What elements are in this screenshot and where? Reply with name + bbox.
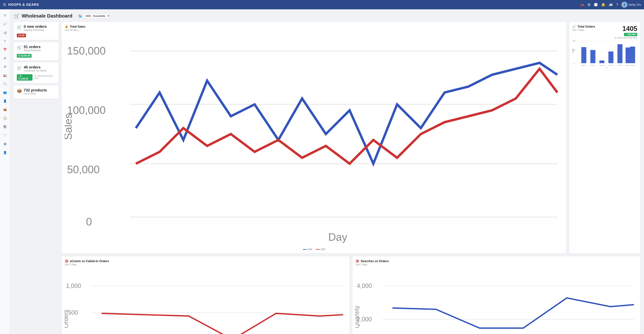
bottom-charts-row: 🎯 eComm vs Called-In Orders Last 7 Days … — [62, 256, 640, 334]
sidebar-item-list[interactable]: ≡ — [2, 37, 8, 44]
sidebar: ⊙ 📈 📊 ≡ 📅 ⊟ ⚙ 🚛 📉 👥 👤 📦 📋 👫 📄 ⚙️ 👤 — [0, 9, 10, 334]
new-orders-card: 🛒 0 new orders Awaiting Processing $ 0.0… — [14, 22, 59, 40]
svg-rect-21 — [618, 44, 622, 63]
total-orders-card: 🛒 Total Orders Last 7 Days 1405 ↑ 108.58… — [569, 22, 640, 253]
stat-cards: 🛒 0 new orders Awaiting Processing $ 0.0… — [14, 22, 59, 334]
grid-icon[interactable]: ⊞ — [588, 2, 590, 7]
completed-orders-badge: ↑ $ 17,445.93 — [17, 74, 32, 81]
svg-text:0: 0 — [574, 62, 575, 64]
completed-orders-icon: 🛒 — [17, 65, 22, 70]
completed-orders-badge-label: vs. same period last year — [34, 75, 56, 79]
processing-orders-card: 🛒 51 orders Being Processed $ 18,945.98 — [14, 42, 59, 60]
sidebar-item-contacts[interactable]: 👫 — [2, 123, 8, 130]
clock-icon[interactable]: 🕐 — [594, 2, 598, 7]
sidebar-item-settings[interactable]: ⚙ — [2, 63, 8, 70]
user-menu[interactable]: 👤 Darby, Dru — [622, 2, 641, 8]
svg-text:150,000: 150,000 — [67, 45, 106, 57]
total-orders-svg: 400 200 0 Orders — [572, 39, 637, 68]
total-sales-chart: 150,000 100,000 50,000 0 Sales — [64, 33, 563, 247]
searches-orders-card: 🎯 Searches vs Orders Last 7 Days 4,000 2… — [352, 256, 640, 334]
bell-icon[interactable]: 🔔 — [601, 2, 605, 7]
new-orders-subtitle: Awaiting Processing — [24, 29, 47, 31]
store-selector[interactable]: 🏪 0002 - Russellville — [78, 13, 110, 18]
svg-text:4,000: 4,000 — [357, 283, 372, 289]
processing-orders-icon: 🛒 — [17, 45, 22, 50]
sidebar-item-products[interactable]: 📦 — [2, 106, 8, 113]
sidebar-item-calendar[interactable]: 📅 — [2, 46, 8, 53]
cart-icon: 🛒 — [14, 13, 20, 19]
van-icon[interactable]: 🚐 — [609, 2, 613, 7]
sidebar-item-analytics[interactable]: 📈 — [2, 20, 8, 27]
page-header: 🛒 Wholesale Dashboard 🏪 0002 - Russellvi… — [14, 13, 640, 19]
svg-text:Feb 22: Feb 22 — [582, 64, 586, 66]
new-orders-title: 0 new orders — [24, 24, 47, 29]
total-sales-legend: 2024 2023 — [64, 248, 563, 250]
total-orders-stats: 1405 ↑ 108.58% vs. same period last year — [614, 25, 637, 39]
svg-text:400: 400 — [573, 40, 576, 42]
ecomm-orders-card: 🎯 eComm vs Called-In Orders Last 7 Days … — [62, 256, 350, 334]
avatar: 👤 — [622, 2, 628, 8]
svg-text:1,000: 1,000 — [66, 283, 81, 289]
out-of-stock-icon: 📦 — [17, 88, 22, 93]
total-orders-badge: ↑ 108.58% — [624, 33, 637, 36]
sidebar-item-dashboard[interactable]: ⊙ — [2, 11, 8, 19]
svg-text:Quantity: Quantity — [356, 306, 360, 328]
completed-orders-card: 🛒 45 orders Completed Curr Month ↑ $ 17,… — [14, 62, 59, 83]
nav-icons: 🚗 ⊞ 🕐 🔔 🚐 ? 👤 Darby, Dru — [580, 2, 641, 8]
svg-rect-18 — [590, 50, 596, 63]
top-navigation: ☰ HOOPS & GEARS 🚗 ⊞ 🕐 🔔 🚐 ? 👤 Darby, Dru — [0, 0, 644, 9]
svg-text:0: 0 — [86, 216, 92, 228]
main-content: 🛒 Wholesale Dashboard 🏪 0002 - Russellvi… — [10, 9, 644, 334]
svg-text:Feb 26: Feb 26 — [618, 64, 622, 66]
help-icon[interactable]: ? — [616, 3, 618, 7]
sidebar-item-linechart[interactable]: 📉 — [2, 80, 8, 87]
svg-text:Feb 23: Feb 23 — [590, 64, 595, 66]
total-orders-subtitle: Last 7 Days — [572, 29, 595, 31]
processing-orders-title: 51 orders — [24, 45, 41, 49]
svg-text:Orders: Orders — [572, 48, 574, 53]
legend-2024: 2024 — [303, 248, 312, 250]
store-dropdown[interactable]: 0002 - Russellville — [83, 13, 110, 18]
sidebar-item-gear[interactable]: ⚙️ — [2, 140, 8, 147]
sidebar-item-document[interactable]: 📄 — [2, 132, 8, 139]
svg-text:Orders: Orders — [64, 310, 69, 328]
cart-icon-2: 🛒 — [572, 25, 576, 28]
sidebar-item-users[interactable]: 👥 — [2, 89, 8, 96]
svg-text:Feb 28: Feb 28 — [630, 64, 635, 66]
completed-orders-subtitle: Completed Curr Month — [24, 69, 46, 72]
svg-text:Day: Day — [605, 67, 608, 68]
sidebar-item-reports[interactable]: 📋 — [2, 115, 8, 122]
svg-text:50,000: 50,000 — [67, 163, 100, 175]
menu-icon[interactable]: ☰ — [3, 2, 6, 7]
sidebar-item-table[interactable]: ⊟ — [2, 54, 8, 61]
money-bag-icon: 💰 — [64, 25, 68, 28]
out-of-stock-subtitle: Out of Stock — [24, 92, 47, 95]
out-of-stock-card: 📦 732 products Out of Stock — [14, 85, 59, 99]
svg-text:Sales: Sales — [64, 113, 74, 140]
sidebar-item-chart[interactable]: 📊 — [2, 29, 8, 36]
legend-2023: 2023 — [316, 248, 325, 250]
ecomm-orders-svg: 1,000 500 0 -500 Orders — [64, 268, 346, 334]
searches-orders-title: 🎯 Searches vs Orders — [356, 259, 637, 263]
ecomm-orders-chart: 1,000 500 0 -500 Orders — [64, 268, 346, 334]
searches-orders-subtitle: Last 7 Days — [356, 263, 637, 266]
car-icon[interactable]: 🚗 — [580, 2, 584, 7]
sidebar-item-user[interactable]: 👤 — [2, 97, 8, 104]
total-orders-badge-label: vs. same period last year — [614, 36, 637, 39]
out-of-stock-title: 732 products — [24, 88, 47, 92]
svg-text:Day: Day — [328, 231, 347, 243]
searches-orders-chart: 4,000 2,000 0 Quantity — [356, 268, 637, 334]
charts-column: 💰 Total Sales Last 30 Days 150,000 100,0… — [62, 22, 640, 334]
sidebar-item-profile[interactable]: 👤 — [2, 149, 8, 156]
processing-orders-subtitle: Being Processed — [24, 49, 41, 52]
svg-text:Feb 24: Feb 24 — [600, 64, 604, 66]
target-icon: 🎯 — [64, 259, 68, 263]
total-orders-title: 🛒 Total Orders — [572, 25, 595, 28]
new-orders-badge: $ 0.00 — [17, 33, 26, 37]
new-orders-icon: 🛒 — [17, 25, 22, 30]
total-sales-card: 💰 Total Sales Last 30 Days 150,000 100,0… — [62, 22, 566, 253]
total-orders-chart: 400 200 0 Orders — [572, 39, 637, 68]
svg-text:500: 500 — [68, 309, 78, 316]
sidebar-item-truck[interactable]: 🚛 — [2, 72, 8, 79]
total-sales-subtitle: Last 30 Days — [64, 29, 563, 31]
